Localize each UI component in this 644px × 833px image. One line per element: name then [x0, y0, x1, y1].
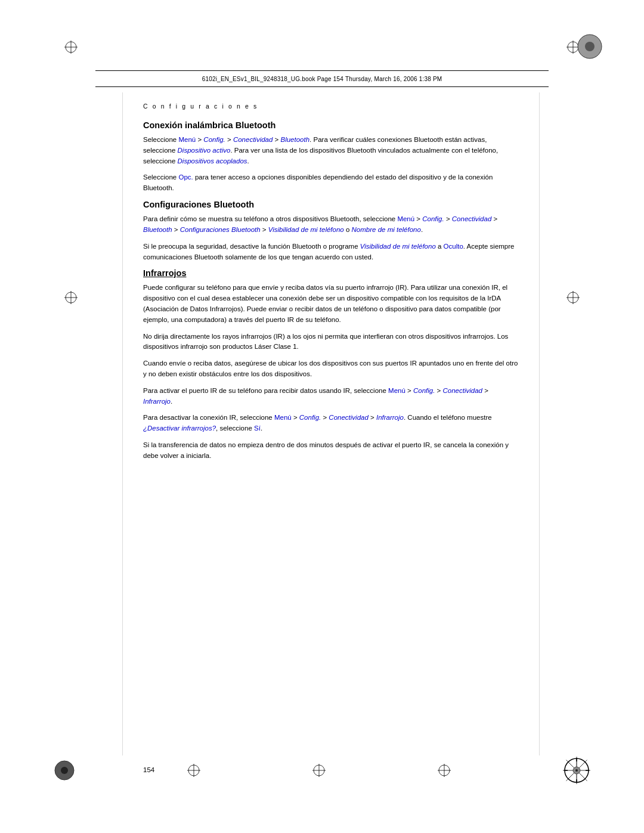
link-dispositivos-acoplados[interactable]: Dispositivos acoplados [178, 157, 247, 165]
bottom-marks-row [0, 757, 644, 786]
link-conectividad-4[interactable]: Conectividad [329, 414, 368, 421]
circle-mark-bl [54, 760, 75, 784]
reg-mark-bottom-center [312, 764, 326, 779]
svg-point-32 [575, 769, 578, 772]
link-config-3[interactable]: Config. [413, 387, 435, 394]
link-menu-3[interactable]: Menú [388, 387, 405, 394]
link-config-2[interactable]: Config. [422, 215, 444, 222]
paragraph-bluetooth-config-1: Para definir cómo se muestra su teléfono… [143, 214, 519, 236]
header-file-info: 6102i_EN_ESv1_BIL_9248318_UG.book Page 1… [202, 76, 442, 82]
section-label: C o n f i g u r a c i o n e s [143, 103, 519, 110]
link-config-1[interactable]: Config. [203, 136, 225, 143]
page: 6102i_EN_ESv1_BIL_9248318_UG.book Page 1… [0, 0, 644, 833]
vertical-line-right [539, 92, 540, 755]
reg-mark-ml [64, 291, 78, 306]
link-conectividad-2[interactable]: Conectividad [452, 215, 491, 222]
link-visibilidad[interactable]: Visibilidad de mi teléfono [268, 226, 344, 233]
paragraph-ir-4: Para activar el puerto IR de su teléfono… [143, 386, 519, 407]
link-config-4[interactable]: Config. [299, 414, 321, 421]
link-visibilidad-2[interactable]: Visibilidad de mi teléfono [360, 243, 436, 250]
link-conectividad-1[interactable]: Conectividad [233, 136, 273, 143]
link-menu-4[interactable]: Menú [274, 414, 292, 421]
heading-bluetooth-wireless: Conexión inalámbrica Bluetooth [143, 120, 519, 130]
link-config-bluetooth[interactable]: Configuraciones Bluetooth [180, 226, 261, 233]
svg-point-15 [61, 767, 68, 774]
main-content: C o n f i g u r a c i o n e s Conexión i… [143, 103, 519, 738]
link-bluetooth-1[interactable]: Bluetooth [281, 136, 310, 143]
link-bluetooth-2[interactable]: Bluetooth [143, 226, 172, 233]
reg-mark-bottom-1 [187, 764, 200, 779]
link-infrarrojo-2[interactable]: Infrarrojo [376, 414, 404, 421]
link-oculto[interactable]: Oculto [444, 243, 463, 250]
reg-mark-bottom-3 [438, 764, 451, 779]
link-desactivar[interactable]: ¿Desactivar infrarrojos? [143, 425, 216, 432]
vertical-line-left [122, 92, 123, 755]
paragraph-ir-1: Puede configurar su teléfono para que en… [143, 283, 519, 325]
link-menu-1[interactable]: Menú [178, 136, 196, 143]
circle-mark-tr [576, 33, 603, 63]
link-conectividad-3[interactable]: Conectividad [442, 387, 482, 394]
paragraph-ir-6: Si la transferencia de datos no empieza … [143, 440, 519, 462]
link-si[interactable]: Sí [254, 425, 261, 432]
paragraph-bluetooth-2: Seleccione Opc. para tener acceso a opci… [143, 172, 519, 194]
header-bar: 6102i_EN_ESv1_BIL_9248318_UG.book Page 1… [95, 70, 549, 87]
heading-bluetooth-config: Configuraciones Bluetooth [143, 200, 519, 209]
paragraph-bluetooth-1: Seleccione Menú > Config. > Conectividad… [143, 135, 519, 166]
reg-mark-tl [64, 41, 78, 56]
heading-infrarrojos: Infrarrojos [143, 268, 519, 278]
link-dispositivo-activo[interactable]: Dispositivo activo [178, 147, 231, 154]
paragraph-bluetooth-config-2: Si le preocupa la seguridad, desactive l… [143, 241, 519, 263]
svg-point-7 [585, 42, 595, 51]
paragraph-ir-3: Cuando envíe o reciba datos, asegúrese d… [143, 358, 519, 380]
starburst-mark-br [563, 757, 590, 786]
link-opc-1[interactable]: Opc. [178, 174, 193, 181]
paragraph-ir-2: No dirija directamente los rayos infrarr… [143, 332, 519, 353]
paragraph-ir-5: Para desactivar la conexión IR, seleccio… [143, 413, 519, 434]
link-menu-2[interactable]: Menú [397, 215, 414, 222]
reg-mark-mr [566, 291, 580, 306]
link-nombre[interactable]: Nombre de mi teléfono [352, 226, 421, 233]
link-infrarrojo-1[interactable]: Infrarrojo [143, 398, 171, 405]
